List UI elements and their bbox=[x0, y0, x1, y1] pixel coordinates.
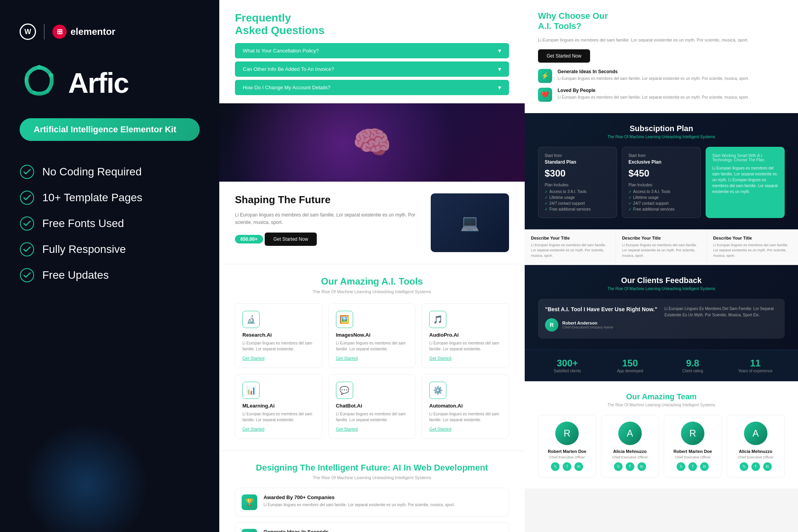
why-choose-prefix: Why Choose Our bbox=[538, 11, 608, 21]
tool-link-5[interactable]: Get Started bbox=[429, 427, 451, 431]
check-icon-2 bbox=[20, 190, 34, 205]
features-list: No Coding Required 10+ Template Pages Fr… bbox=[20, 164, 200, 283]
social-icon-fb-0[interactable]: f bbox=[563, 462, 571, 471]
faq-title: Frequently Asked Questions bbox=[235, 12, 509, 37]
tool-link-2[interactable]: Get Started bbox=[429, 356, 451, 361]
tool-link-1[interactable]: Get Started bbox=[336, 356, 358, 361]
faq-item-2-label: Can Other Info Be Added To An Invoice? bbox=[243, 66, 334, 72]
designing-card-name-1: Generate Ideas In Seconds bbox=[264, 529, 373, 532]
plan-exclusive-features: Access to 3 A.I. Tools Lifetime usage 24… bbox=[628, 189, 694, 211]
elementor-icon: ⊞ bbox=[52, 25, 67, 39]
plan-exclusive-label: Start from bbox=[628, 153, 694, 158]
shaping-content: Shaping The Future Li Europan lingues es… bbox=[235, 193, 419, 249]
feedback-subtitle: The Rise Of Machine Learning Unleashing … bbox=[538, 287, 785, 291]
designing-card-desc-0: Li Europan lingues es membres del sam fa… bbox=[264, 502, 455, 508]
tool-card-4: 💬 ChatBot.Ai Li Europan lingues es membr… bbox=[329, 374, 416, 439]
check-icon-1 bbox=[20, 164, 34, 179]
plan-feature-s0: Access to 3 A.I. Tools bbox=[545, 189, 610, 194]
tool-link-4[interactable]: Get Started bbox=[336, 427, 358, 431]
hero-image-section: 🧠 bbox=[219, 103, 525, 182]
why-item-0: ⚡ Generate Ideas In Seconds Li Europan l… bbox=[538, 69, 785, 83]
logo-icon bbox=[20, 63, 59, 103]
designing-card-0: 🏆 Awarded By 700+ Companies Li Europan l… bbox=[235, 488, 509, 517]
logo-row: Arfic bbox=[20, 63, 200, 103]
social-icon-fb-3[interactable]: f bbox=[751, 462, 760, 471]
team-role-3: Chief Executive Officer bbox=[733, 455, 778, 459]
social-icon-li-0[interactable]: in bbox=[574, 462, 583, 471]
team-grid: R Robert Marten Doe Chief Executive Offi… bbox=[538, 415, 785, 478]
tool-link-3[interactable]: Get Started bbox=[242, 427, 264, 431]
feedback-author: R Robert Anderson Chief Executive/Compan… bbox=[545, 318, 658, 332]
shaping-section: Shaping The Future Li Europan lingues es… bbox=[219, 182, 525, 264]
plan-feature-s2: 24/7 contact support bbox=[545, 201, 610, 206]
tool-desc-1: Li Europan lingues es membres del sam fa… bbox=[336, 340, 408, 352]
plan-exclusive: Start from Exclusive Plan $450 Plan Incl… bbox=[622, 147, 701, 218]
tool-name-3: MLearning.Ai bbox=[242, 403, 274, 409]
tool-icon-2: 🎵 bbox=[429, 311, 446, 328]
stat-item-2: 9.8 Client rating bbox=[663, 358, 722, 373]
subscription-subtitle: The Rise Of Machine Learning Unleashing … bbox=[538, 135, 785, 139]
tool-icon-1: 🖼️ bbox=[336, 311, 353, 328]
plan-standard-features: Access to 3 A.I. Tools Lifetime usage 24… bbox=[545, 189, 610, 211]
feature-label-fonts: Free Fonts Used bbox=[42, 217, 124, 230]
faq-item-2[interactable]: Can Other Info Be Added To An Invoice? ▾ bbox=[235, 61, 509, 77]
feature-updates: Free Updates bbox=[20, 268, 200, 283]
plan-feature-e2: 24/7 contact support bbox=[628, 201, 694, 206]
subscription-title: Subsciption Plan bbox=[538, 124, 785, 133]
shaping-image bbox=[431, 193, 509, 252]
social-icon-fb-2[interactable]: f bbox=[688, 462, 697, 471]
social-icon-twitter-0[interactable]: 𝕏 bbox=[551, 462, 560, 471]
svg-point-3 bbox=[20, 191, 34, 204]
team-role-2: Chief Executive Officer bbox=[670, 455, 715, 459]
describe-title-2: Describe Your Title bbox=[713, 236, 792, 240]
svg-point-5 bbox=[20, 243, 34, 256]
designing-card-icon-0: 🏆 bbox=[242, 494, 257, 510]
feature-templates: 10+ Template Pages bbox=[20, 190, 200, 205]
designing-section: Designing The Intelligent Future: AI In … bbox=[219, 451, 525, 532]
feature-label-no-coding: No Coding Required bbox=[42, 166, 142, 178]
team-name-2: Robert Marten Doe bbox=[670, 449, 715, 454]
designing-card-name-0: Awarded By 700+ Companies bbox=[264, 494, 455, 500]
tool-card-2: 🎵 AudioPro.Ai Li Europan lingues es memb… bbox=[422, 303, 509, 368]
describe-desc-0: Li Europan lingues es membres del sam fa… bbox=[531, 243, 609, 259]
shaping-cta-button[interactable]: Get Started Now bbox=[265, 233, 317, 246]
why-choose-title: Why Choose Our A.I. Tools? bbox=[538, 11, 785, 31]
stat-label-2: Client rating bbox=[663, 369, 722, 373]
feedback-body: Li Europan Lingues Es Membres Del Sam Fa… bbox=[664, 306, 778, 318]
brain-visual: 🧠 bbox=[352, 124, 392, 161]
tagline-pill: Artificial Intelligence Elementor Kit bbox=[20, 118, 200, 141]
tool-name-0: Research.Ai bbox=[242, 332, 272, 338]
svg-point-4 bbox=[20, 217, 34, 230]
describe-title-1: Describe Your Title bbox=[622, 236, 701, 240]
author-info: Robert Anderson Chief Executive/Company … bbox=[562, 321, 613, 329]
social-icon-li-2[interactable]: in bbox=[700, 462, 709, 471]
why-choose-cta-button[interactable]: Get Started Now bbox=[538, 49, 590, 63]
describe-item-1: Describe Your Title Li Europan lingues e… bbox=[616, 229, 707, 265]
tool-desc-3: Li Europan lingues es membres del sam fa… bbox=[242, 411, 315, 423]
why-item-name-1: Loved By People bbox=[558, 88, 749, 93]
faq-item-1[interactable]: What Is Your Cancellation Policy? ▾ bbox=[235, 43, 509, 58]
social-icon-li-1[interactable]: in bbox=[637, 462, 646, 471]
plan-standard-price: $300 bbox=[545, 168, 610, 179]
tool-desc-2: Li Europan lingues es membres del sam fa… bbox=[429, 340, 502, 352]
social-icon-twitter-1[interactable]: 𝕏 bbox=[614, 462, 623, 471]
plan-feature-e1: Lifetime usage bbox=[628, 195, 694, 200]
social-icon-li-3[interactable]: in bbox=[763, 462, 772, 471]
tool-link-0[interactable]: Get Started bbox=[242, 356, 264, 361]
team-card-3: A Alicia Mehnuzzo Chief Executive Office… bbox=[727, 415, 785, 478]
social-icon-fb-1[interactable]: f bbox=[626, 462, 634, 471]
social-icon-twitter-2[interactable]: 𝕏 bbox=[677, 462, 685, 471]
social-icon-twitter-3[interactable]: 𝕏 bbox=[740, 462, 748, 471]
team-name-0: Robert Marten Doe bbox=[545, 449, 590, 454]
tool-card-3: 📊 MLearning.Ai Li Europan lingues es mem… bbox=[235, 374, 322, 439]
plan-standard: Start from Standard Plan $300 Plan Inclu… bbox=[538, 147, 617, 218]
faq-item-3[interactable]: How Do I Change My Account Details? ▾ bbox=[235, 80, 509, 95]
stat-badge: 650.00+ bbox=[235, 235, 263, 243]
feedback-quote: "Best A.I. Tool I Have Ever Use Right No… bbox=[545, 306, 658, 314]
chevron-down-icon-1: ▾ bbox=[498, 47, 501, 54]
left-panel: W ⊞ elementor bbox=[0, 0, 219, 532]
plan-exclusive-name: Exclusive Plan bbox=[628, 159, 694, 165]
feature-fonts: Free Fonts Used bbox=[20, 216, 200, 231]
author-name: Robert Anderson bbox=[562, 321, 613, 325]
stat-label-0: Satisfied clients bbox=[538, 369, 597, 373]
